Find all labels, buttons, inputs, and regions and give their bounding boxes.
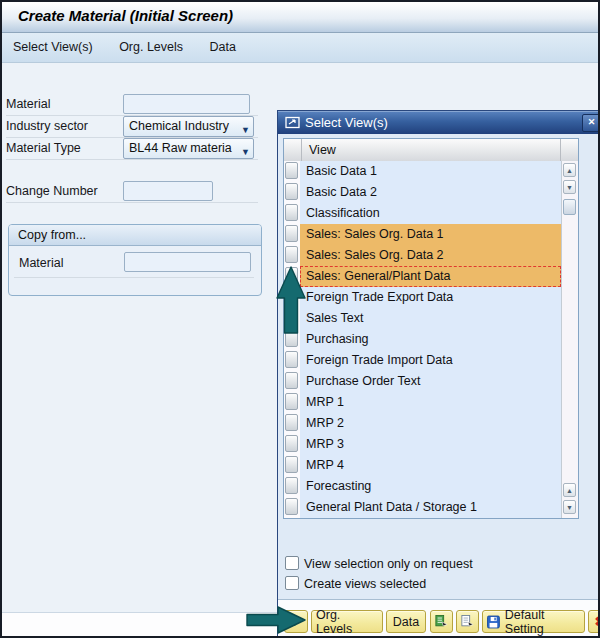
select-all-header-cell[interactable] xyxy=(284,139,302,161)
view-name: Forecasting xyxy=(300,476,561,497)
table-row[interactable]: Basic Data 1 xyxy=(284,161,561,182)
row-selector[interactable] xyxy=(285,225,298,242)
view-name: Classification xyxy=(300,203,561,224)
industry-sector-label: Industry sector xyxy=(6,116,88,136)
copy-from-material-label: Material xyxy=(19,253,63,273)
select-all-icon xyxy=(435,614,448,629)
view-selection-on-request-option: View selection only on request xyxy=(285,556,473,572)
sap-window: Create Material (Initial Screen) Select … xyxy=(0,0,600,638)
view-name: Purchase Order Text xyxy=(300,371,561,392)
scroll-down-icon[interactable]: ▼ xyxy=(563,500,576,514)
view-name: Sales Text xyxy=(300,308,561,329)
copy-from-material-input[interactable] xyxy=(124,252,251,272)
material-label: Material xyxy=(6,94,50,114)
material-type-label: Material Type xyxy=(6,138,81,158)
table-row[interactable]: Classification xyxy=(284,203,561,224)
view-name: MRP 4 xyxy=(300,455,561,476)
table-row[interactable]: Sales: Sales Org. Data 1 xyxy=(284,224,561,245)
default-setting-button[interactable]: Default Setting xyxy=(482,610,585,633)
button-label: Data xyxy=(393,615,419,629)
table-row[interactable]: Foreign Trade Export Data xyxy=(284,287,561,308)
view-name: Sales: General/Plant Data xyxy=(300,266,561,287)
view-name: MRP 1 xyxy=(300,392,561,413)
view-name: Sales: Sales Org. Data 2 xyxy=(300,245,561,266)
table-row[interactable]: Purchase Order Text xyxy=(284,371,561,392)
row-selector[interactable] xyxy=(285,246,298,263)
select-views-dialog: Select View(s) ✕ View Basic Data 1 xyxy=(277,110,599,636)
row-selector[interactable] xyxy=(285,498,298,515)
red-x-icon: ✖ xyxy=(595,614,600,629)
select-all-button[interactable] xyxy=(430,610,453,633)
row-selector[interactable] xyxy=(285,435,298,452)
annotation-arrow-right-icon xyxy=(245,605,307,635)
scroll-up-icon[interactable]: ▲ xyxy=(563,483,576,497)
table-row[interactable]: General Plant Data / Storage 1 xyxy=(284,497,561,518)
view-name: General Plant Data / Storage 1 xyxy=(300,497,561,518)
material-type-select[interactable]: BL44 Raw materia ▼ xyxy=(123,138,254,159)
table-row[interactable]: Sales Text xyxy=(284,308,561,329)
row-selector[interactable] xyxy=(285,456,298,473)
deselect-all-icon xyxy=(461,614,474,629)
save-icon xyxy=(487,615,500,629)
row-selector[interactable] xyxy=(285,372,298,389)
view-column-header: View xyxy=(302,139,561,161)
checkbox[interactable] xyxy=(285,556,299,570)
deselect-all-button[interactable] xyxy=(456,610,479,633)
view-name: MRP 2 xyxy=(300,413,561,434)
view-name: MRP 3 xyxy=(300,434,561,455)
industry-sector-value: Chemical Industry xyxy=(129,119,229,133)
divider xyxy=(14,277,254,278)
material-input[interactable] xyxy=(123,94,250,114)
table-row[interactable]: Basic Data 2 xyxy=(284,182,561,203)
checkbox[interactable] xyxy=(285,576,299,590)
table-row[interactable]: Sales: General/Plant Data xyxy=(284,266,561,287)
checkbox-label: Create views selected xyxy=(304,577,426,591)
dialog-titlebar[interactable]: Select View(s) ✕ xyxy=(278,111,598,134)
table-row[interactable]: MRP 1 xyxy=(284,392,561,413)
row-selector[interactable] xyxy=(285,351,298,368)
copy-from-title: Copy from... xyxy=(9,225,261,246)
view-name: Basic Data 1 xyxy=(300,161,561,182)
table-row[interactable]: MRP 2 xyxy=(284,413,561,434)
scroll-up-icon[interactable]: ▲ xyxy=(563,163,576,177)
row-selector[interactable] xyxy=(285,183,298,200)
table-row[interactable]: Forecasting xyxy=(284,476,561,497)
chevron-down-icon: ▼ xyxy=(241,143,250,162)
table-body: Basic Data 1 Basic Data 2 Classification xyxy=(284,161,561,518)
material-type-value: BL44 Raw materia xyxy=(129,141,232,155)
cancel-button[interactable]: ✖ xyxy=(588,610,600,633)
row-selector[interactable] xyxy=(285,393,298,410)
application-toolbar: Select View(s) Org. Levels Data xyxy=(2,33,598,63)
dialog-title: Select View(s) xyxy=(305,115,388,130)
checkbox-label: View selection only on request xyxy=(304,557,473,571)
table-row[interactable]: Sales: Sales Org. Data 2 xyxy=(284,245,561,266)
row-selector[interactable] xyxy=(285,204,298,221)
toolbar-org-levels-button[interactable]: Org. Levels xyxy=(108,33,194,62)
data-button[interactable]: Data xyxy=(386,610,426,633)
button-label: Org. Levels xyxy=(316,608,378,636)
table-row[interactable]: MRP 3 xyxy=(284,434,561,455)
row-selector[interactable] xyxy=(285,477,298,494)
screen-window-icon xyxy=(285,116,301,129)
scroll-down-icon[interactable]: ▼ xyxy=(563,180,576,194)
view-name: Purchasing xyxy=(300,329,561,350)
dialog-footer: ✔ Org. Levels Data xyxy=(278,600,598,636)
close-icon[interactable]: ✕ xyxy=(582,114,600,132)
views-table: View Basic Data 1 Basic Data 2 xyxy=(283,138,579,519)
toolbar-select-views-button[interactable]: Select View(s) xyxy=(2,33,104,62)
org-levels-button[interactable]: Org. Levels xyxy=(311,610,383,633)
table-row[interactable]: MRP 4 xyxy=(284,455,561,476)
table-row[interactable]: Foreign Trade Import Data xyxy=(284,350,561,371)
window-titlebar: Create Material (Initial Screen) xyxy=(2,2,598,33)
toolbar-data-button[interactable]: Data xyxy=(199,33,247,62)
scrollbar[interactable]: ▲ ▼ ▲ ▼ xyxy=(561,161,578,518)
table-header-row: View xyxy=(284,139,578,161)
row-selector[interactable] xyxy=(285,162,298,179)
industry-sector-select[interactable]: Chemical Industry ▼ xyxy=(123,116,254,137)
scrollbar-thumb[interactable] xyxy=(563,199,576,215)
change-number-label: Change Number xyxy=(6,181,98,201)
header-corner-cell xyxy=(561,139,578,161)
change-number-input[interactable] xyxy=(123,181,213,201)
table-row[interactable]: Purchasing xyxy=(284,329,561,350)
row-selector[interactable] xyxy=(285,414,298,431)
